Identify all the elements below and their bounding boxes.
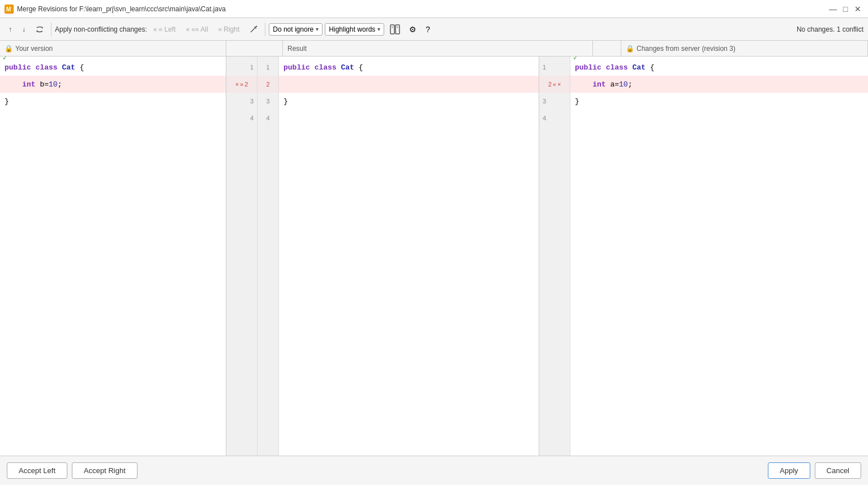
sync-button[interactable] bbox=[32, 23, 48, 36]
dropdown-arrow-2-icon: ▾ bbox=[377, 26, 380, 32]
result-linenum-2: 2 bbox=[257, 76, 278, 93]
result-panel-title: Result bbox=[287, 45, 307, 53]
left-panel-header: 🔒 Your version bbox=[0, 41, 226, 56]
right-code-line-3: } bbox=[570, 93, 868, 110]
right-panel-header: 🔒 Changes from server (revision 3) bbox=[621, 41, 868, 56]
magic-wand-button[interactable] bbox=[246, 23, 261, 36]
result-code-line-4 bbox=[279, 110, 539, 127]
cancel-button[interactable]: Cancel bbox=[815, 462, 861, 479]
next-conflict-button[interactable]: ↓ bbox=[18, 23, 29, 36]
right-gutter-linenum-1: 1 bbox=[539, 59, 570, 76]
svg-line-4 bbox=[251, 28, 255, 32]
settings-button[interactable]: ⚙ bbox=[406, 23, 420, 36]
left-code-line-3: } bbox=[0, 93, 226, 110]
x2-icon[interactable]: × bbox=[557, 81, 561, 88]
do-not-ignore-dropdown[interactable]: Do not ignore ▾ bbox=[269, 23, 323, 36]
footer-left: Accept Left Accept Right bbox=[7, 462, 137, 479]
left-code-line-4 bbox=[0, 110, 226, 127]
close-button[interactable]: ✕ bbox=[852, 3, 863, 15]
left-arrows-icon[interactable]: « bbox=[553, 81, 556, 88]
help-icon: ? bbox=[426, 25, 430, 34]
right-gutter-header bbox=[593, 41, 621, 56]
gutter-linenum-3: 3 bbox=[226, 93, 257, 110]
right-code-line-4 bbox=[570, 110, 868, 127]
result-linenum-4: 4 bbox=[257, 110, 278, 127]
accept-left-button[interactable]: Accept Left bbox=[7, 462, 67, 479]
right-panel-title: Changes from server (revision 3) bbox=[637, 45, 736, 53]
left-panel-title: Your version bbox=[15, 45, 53, 53]
svg-text:M: M bbox=[6, 6, 11, 12]
compare-button[interactable] bbox=[386, 22, 403, 37]
svg-marker-3 bbox=[36, 30, 37, 32]
apply-all-button[interactable]: « «« All bbox=[182, 23, 212, 36]
app-icon: M bbox=[5, 5, 14, 14]
right-code-panel: ✓ public class Cat { int a=10; } bbox=[570, 57, 868, 456]
panels-area: ✓ public class Cat { int b=10; } 1 × » 2… bbox=[0, 57, 868, 456]
magic-wand-icon bbox=[250, 25, 257, 33]
title-bar: M Merge Revisions for F:\learn_prj\svn_l… bbox=[0, 0, 868, 18]
apply-right-button[interactable]: « Right bbox=[214, 23, 244, 36]
lock-icon-left: 🔒 bbox=[5, 45, 13, 53]
footer-right: Apply Cancel bbox=[768, 462, 861, 479]
window-title: Merge Revisions for F:\learn_prj\svn_lea… bbox=[17, 5, 226, 13]
left-code-line-2: int b=10; bbox=[0, 76, 226, 93]
apply-nonconflicting-label: Apply non-conflicting changes: bbox=[55, 25, 147, 33]
sync-icon bbox=[36, 25, 44, 33]
status-text: No changes. 1 conflict bbox=[797, 25, 863, 33]
gutter-linenum-4: 4 bbox=[226, 110, 257, 127]
gutter-linenum-conflict: 2 bbox=[244, 81, 248, 88]
apply-left-button[interactable]: « « Left bbox=[149, 23, 180, 36]
prev-conflict-button[interactable]: ↑ bbox=[5, 23, 16, 36]
double-right-arrow-icon: « bbox=[218, 25, 222, 33]
right-gutter-linenum-2: 2 bbox=[548, 81, 552, 88]
do-not-ignore-label: Do not ignore bbox=[273, 25, 313, 33]
settings-gear-icon: ⚙ bbox=[409, 25, 416, 34]
svg-rect-8 bbox=[396, 25, 399, 34]
result-code-panel: public class Cat { } bbox=[279, 57, 539, 456]
right-gutter-linenum-3: 3 bbox=[539, 93, 570, 110]
right-arrows-icon[interactable]: » bbox=[240, 81, 243, 88]
title-bar-controls: — □ ✕ bbox=[827, 3, 863, 15]
toolbar: ↑ ↓ Apply non-conflicting changes: « « L… bbox=[0, 18, 868, 41]
right-gutter-linenum-4: 4 bbox=[539, 110, 570, 127]
result-line-numbers: 1 2 3 4 bbox=[257, 57, 279, 456]
minimize-button[interactable]: — bbox=[827, 3, 839, 15]
accept-right-button[interactable]: Accept Right bbox=[72, 462, 137, 479]
dropdown-arrow-icon: ▾ bbox=[316, 26, 319, 32]
svg-marker-2 bbox=[42, 27, 43, 29]
double-all-arrow-icon: « bbox=[186, 25, 190, 33]
separator-2 bbox=[265, 23, 265, 36]
result-linenum-3: 3 bbox=[257, 93, 278, 110]
footer: Accept Left Accept Right Apply Cancel bbox=[0, 456, 868, 485]
result-code-line-1: public class Cat { bbox=[279, 59, 539, 76]
maximize-button[interactable]: □ bbox=[840, 3, 851, 15]
separator-1 bbox=[51, 23, 51, 36]
svg-line-5 bbox=[255, 26, 257, 28]
left-code-panel: ✓ public class Cat { int b=10; } bbox=[0, 57, 226, 456]
x-icon[interactable]: × bbox=[235, 81, 239, 88]
panel-headers: 🔒 Your version Result 🔒 Changes from ser… bbox=[0, 41, 868, 57]
result-linenum-1: 1 bbox=[257, 59, 278, 76]
double-left-arrow-icon: « bbox=[153, 25, 157, 33]
highlight-words-dropdown[interactable]: Highlight words ▾ bbox=[325, 23, 384, 36]
right-gutter: 1 2 « × 3 4 bbox=[539, 57, 570, 456]
right-gutter-action-2: 2 « × bbox=[539, 76, 570, 93]
title-bar-left: M Merge Revisions for F:\learn_prj\svn_l… bbox=[5, 5, 226, 14]
lock-icon-right: 🔒 bbox=[626, 45, 634, 53]
left-code-line-1: public class Cat { bbox=[0, 59, 226, 76]
result-code-line-3: } bbox=[279, 93, 539, 110]
right-code-line-1: public class Cat { bbox=[570, 59, 868, 76]
gutter-action-left-2: × » 2 bbox=[226, 76, 257, 93]
left-gutter-header bbox=[226, 41, 283, 56]
gutter-linenum-1: 1 bbox=[226, 59, 257, 76]
help-button[interactable]: ? bbox=[422, 23, 433, 36]
highlight-words-label: Highlight words bbox=[329, 25, 375, 33]
result-code-line-2 bbox=[279, 76, 539, 93]
result-panel-header: Result bbox=[283, 41, 593, 56]
left-gutter: 1 × » 2 3 4 bbox=[226, 57, 257, 456]
svg-rect-7 bbox=[390, 25, 394, 34]
compare-icon bbox=[390, 24, 400, 34]
right-code-line-2: int a=10; bbox=[570, 76, 868, 93]
apply-button[interactable]: Apply bbox=[768, 462, 810, 479]
